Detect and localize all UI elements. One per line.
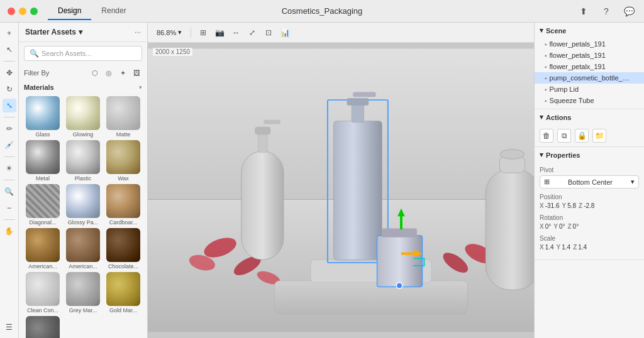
filter-light-icon[interactable]: ◎ bbox=[103, 67, 114, 79]
vp-btn4[interactable]: ⤢ bbox=[245, 26, 259, 40]
material-thumb-glossy bbox=[66, 184, 100, 218]
maximize-button[interactable] bbox=[30, 8, 38, 15]
material-name-american2: American... bbox=[69, 263, 97, 270]
svg-rect-15 bbox=[258, 133, 267, 153]
svg-point-27 bbox=[396, 283, 402, 289]
rotation-values: X 0° Y 0° Z 0° bbox=[540, 223, 639, 230]
material-item-glowing[interactable]: Glowing bbox=[64, 96, 102, 138]
scene-item-type-icon: ▪ bbox=[545, 86, 547, 93]
svg-rect-11 bbox=[274, 281, 467, 314]
material-item-glossy[interactable]: Glossy Pa... bbox=[64, 184, 102, 226]
close-button[interactable] bbox=[8, 8, 15, 15]
camera-icon[interactable]: 📷 bbox=[213, 26, 226, 40]
tab-design[interactable]: Design bbox=[48, 3, 91, 20]
settings-bottom-icon[interactable]: ☰ bbox=[3, 320, 16, 334]
viewport-toolbar: 86.8% ▾ ⊞ 📷 ↔ ⤢ ⊡ 📊 bbox=[148, 23, 534, 43]
rotate-icon[interactable]: ↻ bbox=[3, 82, 16, 96]
brush-icon[interactable]: ✏ bbox=[3, 122, 16, 136]
material-item-greymar[interactable]: Grey Mar... bbox=[64, 272, 102, 313]
tab-render[interactable]: Render bbox=[91, 3, 136, 20]
move-icon[interactable]: ✥ bbox=[3, 66, 16, 80]
scene-item-st[interactable]: ▪Squeeze Tube bbox=[535, 95, 644, 106]
search-input[interactable] bbox=[42, 50, 136, 57]
toolbar-separator-2 bbox=[4, 117, 15, 117]
toolbar-separator-4 bbox=[4, 180, 15, 180]
minimize-button[interactable] bbox=[19, 8, 26, 15]
rotation-z-value: 0° bbox=[573, 223, 579, 230]
material-item-more[interactable]: ... bbox=[24, 316, 62, 338]
scale-icon[interactable]: ⤡ bbox=[3, 99, 16, 112]
filter-label: Filter By bbox=[24, 69, 49, 77]
vp-btn5[interactable]: ⊡ bbox=[262, 26, 275, 40]
material-item-clean[interactable]: Clean Con... bbox=[24, 272, 62, 313]
material-item-goldmar[interactable]: Gold Mar... bbox=[104, 272, 142, 313]
assets-title-label: Starter Assets bbox=[25, 28, 76, 36]
vp-separator bbox=[191, 28, 191, 38]
add-icon[interactable]: + bbox=[3, 26, 16, 40]
scale-values: X 1.4 Y 1.4 Z 1.4 bbox=[540, 244, 639, 251]
material-name-wax: Wax bbox=[118, 175, 129, 182]
scene-canvas: 2000 x 1250 bbox=[148, 43, 534, 338]
share-icon[interactable]: ⬆ bbox=[576, 4, 591, 19]
help-icon[interactable]: ? bbox=[599, 4, 614, 19]
position-row: Position X -31.6 Y 5.8 Z -2.8 bbox=[540, 194, 639, 209]
zoom-value: 86.8% bbox=[157, 29, 176, 36]
material-item-chocolate[interactable]: Chocolate... bbox=[104, 228, 142, 270]
pivot-dropdown[interactable]: ⊞ Bottom Center ▾ bbox=[540, 175, 639, 188]
material-item-american1[interactable]: American... bbox=[24, 228, 62, 270]
pivot-chevron-icon: ▾ bbox=[631, 178, 635, 186]
material-item-diagonal[interactable]: Diagonal... bbox=[24, 184, 62, 226]
vp-btn3[interactable]: ↔ bbox=[229, 26, 243, 40]
chat-icon[interactable]: 💬 bbox=[621, 4, 636, 19]
scene-title-label: Scene bbox=[546, 27, 566, 35]
material-item-glass[interactable]: Glass bbox=[24, 96, 62, 138]
frame-icon[interactable]: ⊞ bbox=[196, 26, 210, 40]
actions-section-header[interactable]: ▾ Actions bbox=[535, 109, 644, 125]
filter-materials-icon[interactable]: ⬡ bbox=[89, 67, 101, 79]
position-y-label: Y bbox=[562, 202, 566, 209]
material-item-matte[interactable]: Matte bbox=[104, 96, 142, 138]
action-btn-folder[interactable]: 📁 bbox=[592, 129, 606, 143]
svg-rect-23 bbox=[377, 236, 423, 287]
assets-title[interactable]: Starter Assets ▾ bbox=[25, 28, 82, 36]
material-item-american2[interactable]: American... bbox=[64, 228, 102, 270]
material-name-greymar: Grey Mar... bbox=[69, 307, 97, 313]
filter-row: Filter By ⬡ ◎ ✦ 🖼 bbox=[19, 65, 147, 81]
filter-env-icon[interactable]: ✦ bbox=[117, 67, 128, 79]
assets-more-icon[interactable]: ··· bbox=[135, 28, 141, 36]
material-item-cardboard[interactable]: Cardboar... bbox=[104, 184, 142, 226]
scene-item-fp2[interactable]: ▪flower_petals_191 bbox=[535, 50, 644, 61]
material-item-plastic[interactable]: Plastic bbox=[64, 140, 102, 182]
material-item-wax[interactable]: Wax bbox=[104, 140, 142, 182]
zoom-out-icon[interactable]: − bbox=[3, 201, 16, 215]
scene-section-header[interactable]: ▾ Scene bbox=[535, 23, 644, 38]
properties-title: ▾ Properties bbox=[540, 151, 580, 159]
cursor-icon[interactable]: ↖ bbox=[3, 43, 16, 57]
action-btn-duplicate[interactable]: ⧉ bbox=[557, 129, 571, 143]
light-icon[interactable]: ☀ bbox=[3, 161, 16, 175]
actions-toolbar: 🗑⧉🔒📁 bbox=[535, 125, 644, 146]
scene-item-pcb[interactable]: ▪pump_cosmetic_bottle_1300👁 bbox=[535, 72, 644, 84]
scene-item-label: Pump Lid bbox=[550, 85, 639, 93]
zoom-in-icon[interactable]: 🔍 bbox=[3, 185, 16, 199]
eyedrop-icon[interactable]: 💉 bbox=[3, 138, 16, 152]
vp-btn6[interactable]: 📊 bbox=[278, 26, 292, 40]
materials-collapse-icon[interactable]: ▾ bbox=[139, 84, 142, 90]
properties-title-label: Properties bbox=[546, 151, 580, 159]
scale-y: Y 1.4 bbox=[557, 244, 571, 251]
properties-section-header[interactable]: ▾ Properties bbox=[535, 147, 644, 163]
scene-item-fp3[interactable]: ▪flower_petalx_191 bbox=[535, 61, 644, 72]
zoom-control[interactable]: 86.8% ▾ bbox=[153, 27, 186, 38]
hand-icon[interactable]: ✋ bbox=[3, 224, 16, 238]
action-btn-delete[interactable]: 🗑 bbox=[540, 129, 553, 143]
filter-image-icon[interactable]: 🖼 bbox=[131, 67, 142, 79]
material-item-metal[interactable]: Metal bbox=[24, 140, 62, 182]
scene-item-pl[interactable]: ▪Pump Lid bbox=[535, 84, 644, 95]
search-icon: 🔍 bbox=[30, 49, 39, 58]
scale-z: Z 1.4 bbox=[573, 244, 587, 251]
scene-item-fp1[interactable]: ▪flower_petals_191 bbox=[535, 38, 644, 50]
toolbar-separator-3 bbox=[4, 156, 15, 157]
action-btn-lock[interactable]: 🔒 bbox=[575, 129, 589, 143]
material-name-clean: Clean Con... bbox=[27, 307, 58, 313]
position-z-value: -2.8 bbox=[584, 202, 594, 209]
